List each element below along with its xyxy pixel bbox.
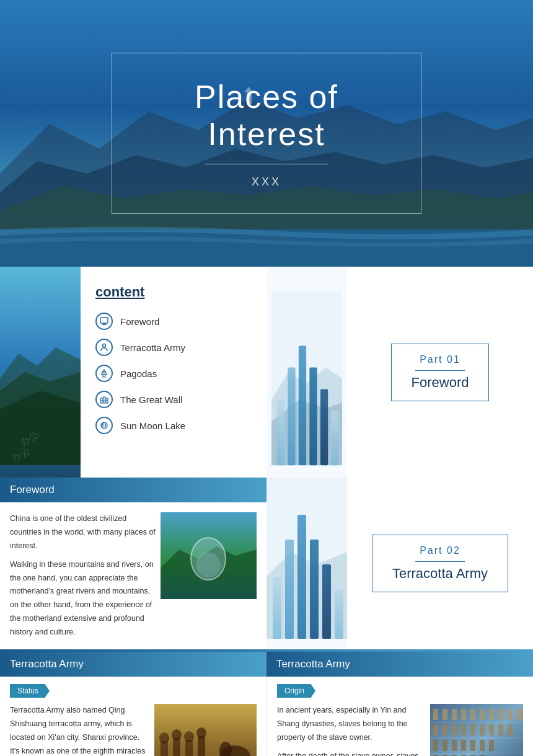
origin-badge: Origin: [277, 684, 315, 698]
svg-rect-78: [433, 740, 438, 751]
svg-point-10: [103, 344, 106, 347]
terracotta-status-text: Terracotta Army also named Qing Shishuan…: [10, 704, 148, 756]
svg-rect-68: [517, 709, 522, 720]
pagoda-icon: [95, 365, 113, 382]
svg-rect-63: [470, 709, 475, 720]
svg-rect-23: [288, 367, 295, 465]
content-item-terracotta[interactable]: Terracotta Army: [95, 339, 252, 356]
svg-rect-80: [452, 740, 457, 751]
svg-rect-75: [489, 724, 494, 736]
svg-rect-81: [461, 740, 466, 751]
hero-box: Places of Interest XXX: [112, 53, 421, 214]
svg-rect-34: [297, 515, 306, 639]
terracotta-status-content: Terracotta Army also named Qing Shishuan…: [0, 701, 266, 756]
svg-point-44: [184, 731, 194, 742]
svg-rect-16: [104, 397, 105, 403]
svg-rect-9: [102, 324, 107, 325]
svg-rect-70: [443, 724, 447, 736]
svg-rect-73: [470, 724, 475, 736]
content-item-label-terracotta: Terracotta Army: [120, 342, 185, 353]
svg-rect-71: [452, 724, 457, 736]
content-item-label-foreword: Foreword: [120, 316, 159, 327]
foreword-content: China is one of the oldest civilized cou…: [0, 502, 266, 649]
vertical-bars-right: [266, 478, 347, 649]
part-02-box: Part 02 Terracotta Army: [372, 535, 508, 592]
content-item-pagodas[interactable]: Pagodas: [95, 365, 252, 382]
content-item-foreword[interactable]: Foreword: [95, 313, 252, 330]
svg-rect-65: [489, 709, 494, 720]
svg-rect-61: [452, 709, 457, 720]
svg-rect-41: [173, 738, 180, 756]
part-02-label: Part 02: [392, 545, 488, 556]
foreword-para2: Walking in these mountains and rivers, o…: [10, 558, 156, 639]
svg-rect-74: [480, 724, 485, 736]
svg-point-46: [196, 727, 206, 739]
terracotta-origin-image: [430, 704, 523, 756]
content-item-label-sun-moon: Sun Moon Lake: [120, 420, 185, 431]
svg-rect-32: [273, 577, 281, 639]
hero-title: Places of Interest: [149, 78, 384, 153]
part-02-name: Terracotta Army: [392, 566, 488, 582]
part-01-panel: Part 01 Foreword: [347, 267, 533, 478]
terracotta-header-left: Terracotta Army: [0, 652, 266, 677]
terracotta-origin-text: In ancient years, especially in Yin and …: [277, 704, 424, 756]
foreword-image: [161, 512, 257, 599]
terracotta-content: Status Terracotta Army also named Qing S…: [0, 677, 533, 756]
part-01-box: Part 01 Foreword: [391, 344, 490, 401]
svg-point-20: [103, 424, 106, 427]
foreword-header: Foreword: [0, 478, 266, 502]
monitor-icon: [95, 313, 113, 330]
svg-point-40: [159, 732, 169, 744]
svg-rect-25: [309, 367, 317, 465]
hero-divider: [205, 164, 328, 164]
svg-rect-36: [322, 564, 331, 639]
svg-rect-60: [443, 709, 447, 720]
svg-rect-26: [320, 389, 328, 466]
terracotta-origin-section: Origin In ancient years, especially in Y…: [266, 677, 533, 756]
origin-para1: In ancient years, especially in Yin and …: [277, 704, 424, 745]
svg-rect-22: [277, 400, 284, 465]
svg-rect-62: [461, 709, 466, 720]
svg-rect-82: [470, 740, 475, 751]
status-badge: Status: [10, 684, 50, 698]
svg-rect-35: [310, 540, 319, 639]
svg-point-42: [172, 729, 182, 740]
terracotta-headers: Terracotta Army Terracotta Army: [0, 652, 533, 677]
foreword-row: Foreword China is one of the oldest civi…: [0, 478, 533, 649]
foreword-para1: China is one of the oldest civilized cou…: [10, 512, 156, 553]
terracotta-header-right: Terracotta Army: [266, 652, 533, 677]
content-heading: content: [95, 284, 252, 300]
svg-rect-14: [103, 375, 105, 377]
svg-rect-33: [285, 540, 294, 639]
terracotta-origin-content: In ancient years, especially in Yin and …: [267, 701, 533, 756]
lake-icon: [95, 417, 113, 434]
svg-point-30: [196, 553, 221, 577]
terracotta-status-section: Status Terracotta Army also named Qing S…: [0, 677, 266, 756]
terracotta-status-image: [154, 704, 257, 756]
svg-rect-83: [480, 740, 485, 751]
hero-subtitle: XXX: [149, 176, 384, 189]
svg-rect-64: [480, 709, 485, 720]
content-panel: content Foreword Terracotta Army Pagodas: [81, 267, 266, 478]
foreword-text: China is one of the oldest civilized cou…: [10, 512, 156, 639]
vertical-bars-left: [266, 267, 347, 478]
svg-rect-66: [498, 709, 503, 720]
svg-rect-76: [498, 724, 503, 736]
content-item-great-wall[interactable]: The Great Wall: [95, 391, 252, 408]
svg-rect-37: [335, 589, 343, 639]
content-row: 办公 办公 content Foreword Terracotta Army P…: [0, 267, 533, 478]
foreword-right-section: Part 02 Terracotta Army: [266, 478, 533, 649]
part-01-label: Part 01: [412, 354, 469, 365]
svg-rect-72: [461, 724, 466, 736]
part-02-panel: Part 02 Terracotta Army: [347, 478, 533, 649]
svg-rect-79: [443, 740, 447, 751]
svg-rect-45: [198, 736, 205, 756]
content-item-label-great-wall: The Great Wall: [120, 394, 182, 405]
svg-rect-59: [433, 709, 438, 720]
svg-rect-7: [100, 318, 108, 323]
content-item-sun-moon[interactable]: Sun Moon Lake: [95, 417, 252, 434]
svg-rect-27: [331, 411, 338, 466]
svg-rect-8: [103, 323, 105, 324]
svg-rect-84: [489, 740, 494, 751]
part-01-name: Foreword: [412, 375, 469, 391]
